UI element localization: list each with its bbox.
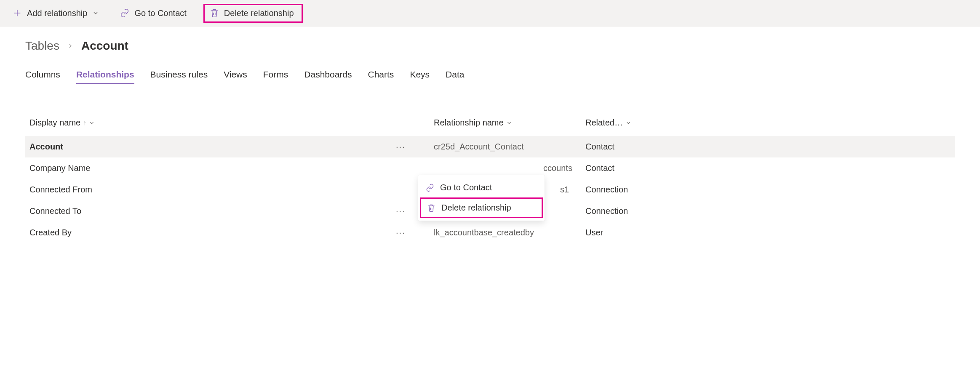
tab-columns[interactable]: Columns [25,69,60,84]
tab-business-rules[interactable]: Business rules [150,69,208,84]
delete-relationship-label: Delete relationship [224,8,294,18]
column-header-related-label: Related… [585,118,623,128]
tab-charts[interactable]: Charts [368,69,394,84]
row-more-button[interactable]: ··· [396,228,434,237]
row-related: Connection [585,206,955,216]
tabs: Columns Relationships Business rules Vie… [25,69,955,84]
context-go-to-contact[interactable]: Go to Contact [418,178,545,197]
context-menu: Go to Contact Delete relationship [418,175,545,221]
breadcrumb-root[interactable]: Tables [25,39,59,53]
context-delete-relationship[interactable]: Delete relationship [420,197,543,218]
column-header-relationship-name-label: Relationship name [434,118,504,128]
row-relationship-name: ccounts [434,163,585,173]
row-relationship-name: cr25d_Account_Contact [434,142,585,152]
row-related: Connection [585,185,955,195]
chevron-down-icon [92,10,99,16]
content-area: Tables Account Columns Relationships Bus… [0,27,980,256]
trash-icon [210,8,219,18]
delete-relationship-highlight: Delete relationship [203,4,303,23]
column-header-related[interactable]: Related… [585,118,955,128]
tab-relationships[interactable]: Relationships [76,69,134,84]
row-relationship-name: lk_accountbase_createdby [434,228,585,237]
table-header: Display name ↑ Relationship name Related… [25,114,955,136]
row-related: Contact [585,142,955,152]
row-display-name[interactable]: Connected From [29,185,396,195]
row-related: User [585,228,955,237]
sort-ascending-icon: ↑ [83,119,86,127]
tab-dashboards[interactable]: Dashboards [304,69,352,84]
breadcrumb: Tables Account [25,39,955,53]
table-row[interactable]: Account ··· cr25d_Account_Contact Contac… [25,136,955,157]
chevron-right-icon [67,43,74,49]
table-row[interactable]: Created By ··· lk_accountbase_createdby … [25,222,955,243]
column-header-relationship-name[interactable]: Relationship name [434,118,585,128]
go-to-contact-button[interactable]: Go to Contact [116,6,190,21]
row-display-name[interactable]: Company Name [29,163,396,173]
link-icon [426,184,434,192]
trash-icon [427,204,435,212]
row-display-name[interactable]: Created By [29,228,396,237]
tab-forms[interactable]: Forms [263,69,288,84]
tab-data[interactable]: Data [446,69,464,84]
context-delete-relationship-label: Delete relationship [441,203,511,213]
context-go-to-contact-label: Go to Contact [440,183,492,192]
plus-icon [13,8,22,18]
toolbar: Add relationship Go to Contact Delete re… [0,0,980,27]
add-relationship-label: Add relationship [27,8,87,18]
row-display-name[interactable]: Account [29,142,396,152]
chevron-down-icon [89,120,95,126]
delete-relationship-button[interactable]: Delete relationship [206,6,298,21]
add-relationship-button[interactable]: Add relationship [8,6,103,21]
row-more-button[interactable]: ··· [396,142,434,152]
breadcrumb-current: Account [81,39,128,53]
go-to-contact-label: Go to Contact [134,8,186,18]
tab-views[interactable]: Views [224,69,247,84]
row-display-name[interactable]: Connected To [29,206,396,216]
chevron-down-icon [625,120,631,126]
chevron-down-icon [506,120,512,126]
tab-keys[interactable]: Keys [410,69,430,84]
column-header-display-name[interactable]: Display name ↑ [29,118,434,128]
column-header-display-name-label: Display name [29,118,80,128]
link-icon [120,8,129,18]
row-related: Contact [585,163,955,173]
relationships-table: Display name ↑ Relationship name Related… [25,114,955,243]
